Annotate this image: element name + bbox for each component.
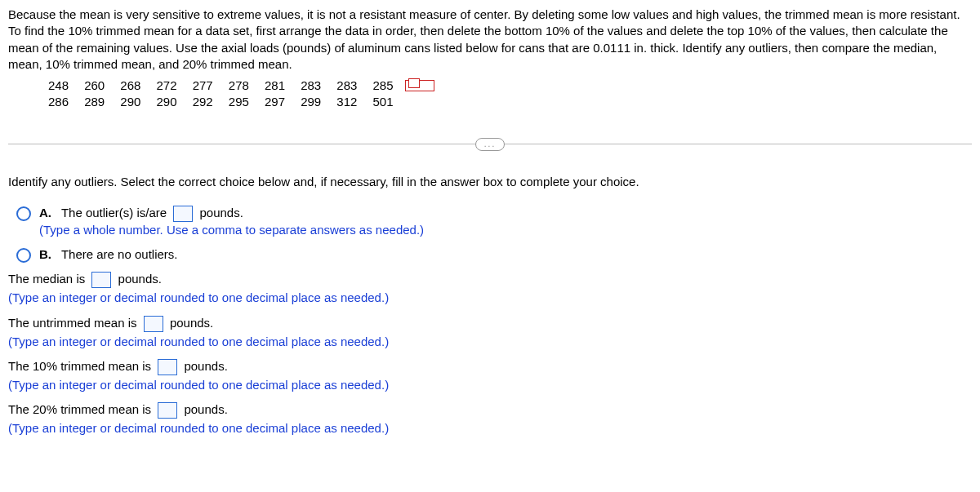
data-cell: 278 xyxy=(221,78,249,94)
choice-a-post: pounds. xyxy=(199,206,243,219)
data-cell: 295 xyxy=(221,94,249,110)
t10-input[interactable] xyxy=(158,359,177,375)
expand-button[interactable]: ... xyxy=(475,138,505,151)
t20-line: The 20% trimmed mean is pounds. xyxy=(8,401,972,419)
mean-hint: (Type an integer or decimal rounded to o… xyxy=(8,334,972,350)
data-cell: 292 xyxy=(185,94,213,110)
choice-a-label: A. xyxy=(39,206,51,219)
choice-a-hint: (Type a whole number. Use a comma to sep… xyxy=(39,223,424,237)
mean-line: The untrimmed mean is pounds. xyxy=(8,315,972,332)
median-post: pounds. xyxy=(118,272,162,286)
copy-icon[interactable] xyxy=(405,80,434,91)
choice-b-text: There are no outliers. xyxy=(61,247,178,261)
data-cell: 268 xyxy=(113,78,140,94)
data-cell: 312 xyxy=(329,94,357,110)
data-cell: 289 xyxy=(77,94,105,110)
data-cell: 285 xyxy=(366,78,394,94)
outlier-prompt: Identify any outliers. Select the correc… xyxy=(8,174,972,190)
data-cell: 299 xyxy=(293,94,321,110)
t20-hint: (Type an integer or decimal rounded to o… xyxy=(8,420,972,437)
data-cell: 297 xyxy=(257,94,285,110)
data-row-2: 286 289 290 290 292 295 297 299 312 501 xyxy=(41,94,972,110)
data-table: 248 260 268 272 277 278 281 283 283 285 … xyxy=(8,78,972,111)
choice-group: A. The outlier(s) is/are pounds. (Type a… xyxy=(16,205,972,264)
data-cell: 286 xyxy=(41,94,69,110)
data-cell: 277 xyxy=(185,78,213,94)
data-cell: 281 xyxy=(257,78,285,94)
question-intro: Because the mean is very sensitive to ex… xyxy=(8,7,972,73)
data-cell: 501 xyxy=(366,94,394,110)
data-cell: 283 xyxy=(329,78,357,94)
mean-input[interactable] xyxy=(144,316,163,332)
t10-line: The 10% trimmed mean is pounds. xyxy=(8,358,972,375)
t20-post: pounds. xyxy=(184,402,227,416)
outlier-input[interactable] xyxy=(173,206,193,222)
t10-pre: The 10% trimmed mean is xyxy=(8,359,151,373)
radio-b[interactable] xyxy=(16,248,31,263)
mean-pre: The untrimmed mean is xyxy=(8,316,137,330)
data-cell: 290 xyxy=(113,94,140,110)
t10-post: pounds. xyxy=(184,359,227,373)
data-cell: 260 xyxy=(77,78,105,94)
mean-post: pounds. xyxy=(170,316,213,330)
data-row-1: 248 260 268 272 277 278 281 283 283 285 xyxy=(41,78,972,94)
median-hint: (Type an integer or decimal rounded to o… xyxy=(8,290,972,306)
choice-a[interactable]: A. The outlier(s) is/are pounds. (Type a… xyxy=(16,205,972,238)
choice-b[interactable]: B. There are no outliers. xyxy=(16,246,972,263)
choice-a-pre: The outlier(s) is/are xyxy=(61,206,167,219)
radio-a[interactable] xyxy=(16,206,31,221)
data-cell: 272 xyxy=(149,78,177,94)
data-cell: 248 xyxy=(41,78,69,94)
choice-b-label: B. xyxy=(39,247,51,261)
t20-input[interactable] xyxy=(158,402,177,419)
t10-hint: (Type an integer or decimal rounded to o… xyxy=(8,377,972,393)
median-line: The median is pounds. xyxy=(8,271,972,288)
data-cell: 283 xyxy=(293,78,321,94)
median-input[interactable] xyxy=(91,272,111,288)
t20-pre: The 20% trimmed mean is xyxy=(8,402,151,416)
median-pre: The median is xyxy=(8,272,85,286)
data-cell: 290 xyxy=(149,94,177,110)
